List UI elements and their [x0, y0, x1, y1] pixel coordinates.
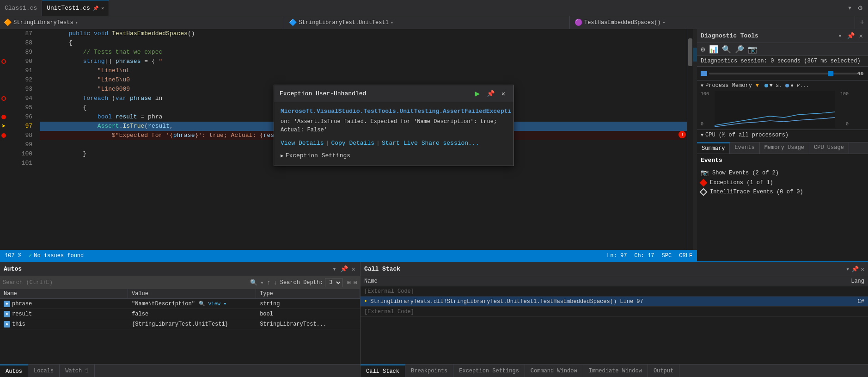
class-dropdown[interactable]: 🔷 StringLibraryTest.UnitTest1 ▾	[285, 16, 569, 29]
view-btn-phrase[interactable]: 🔍 View ▾	[199, 301, 226, 307]
cs-pin-btn[interactable]: 📌	[851, 266, 859, 273]
row-phrase[interactable]: ◆ phrase "Name\tDescription" 🔍 View ▾ st…	[0, 299, 360, 309]
fold-91	[7, 66, 15, 75]
event-intellitrace-label: IntelliTrace Events (0 of 0)	[710, 189, 803, 195]
row-result[interactable]: ◆ result false bool	[0, 309, 360, 319]
row-this[interactable]: ◆ this {StringLibraryTest.UnitTest1} Str…	[0, 319, 360, 329]
namespace-dropdown[interactable]: 🔶 StringLibraryTests ▾	[0, 16, 284, 29]
fold-87	[7, 29, 15, 38]
diag-close-btn[interactable]: ✕	[858, 31, 864, 40]
popup-run-btn[interactable]: ▶	[473, 89, 482, 98]
row-phrase-name: ◆ phrase	[0, 301, 128, 307]
cstab-command-window[interactable]: Command Window	[525, 365, 583, 377]
error-indicator-98: !	[679, 131, 686, 138]
status-right: Ln: 97 Ch: 17 SPC CRLF	[607, 253, 692, 259]
diag-zoom-out-btn[interactable]: 🔎	[735, 45, 744, 54]
margin-line-87	[0, 29, 7, 38]
legend-p-label: ● P...	[790, 83, 809, 88]
popup-pin-btn[interactable]: 📌	[486, 89, 495, 98]
cs-col-lang: Lang	[840, 277, 868, 285]
timeline-thumb[interactable]	[828, 71, 833, 76]
cpu-section: ▼ CPU (% of all processors)	[697, 130, 868, 142]
tab-unittest1[interactable]: UnitTest1.cs 📌 ✕	[42, 0, 109, 16]
autos-collapse-btn[interactable]: ⊟	[354, 279, 357, 286]
fold-95	[7, 103, 15, 112]
vertical-scrollbar[interactable]	[687, 29, 693, 250]
diag-snapshot-btn[interactable]: 📷	[748, 45, 757, 54]
cs-dropdown-btn[interactable]: ▾	[846, 266, 850, 273]
diag-pin-btn[interactable]: 📌	[845, 31, 856, 40]
cs-row-external-2[interactable]: [External Code]	[361, 307, 868, 317]
tab-dropdown-btn[interactable]: ▾	[846, 2, 854, 13]
cstab-output[interactable]: Output	[648, 365, 679, 377]
dtab-memory-usage[interactable]: Memory Usage	[760, 142, 809, 154]
popup-close-btn[interactable]: ✕	[499, 89, 508, 98]
method-dropdown[interactable]: 🟣 TestHasEmbeddedSpaces() ▾	[571, 16, 855, 29]
cstab-exception-settings[interactable]: Exception Settings	[453, 365, 525, 377]
autos-expand-btn[interactable]: ⊞	[347, 279, 351, 286]
diag-timeline[interactable]: 4s	[697, 67, 868, 80]
ptab-watch1[interactable]: Watch 1	[60, 365, 94, 377]
diag-settings-btn[interactable]: ⚙	[701, 45, 705, 54]
row-phrase-value: "Name\tDescription" 🔍 View ▾	[128, 301, 256, 307]
diag-dropdown-btn[interactable]: ▾	[837, 31, 843, 40]
cpu-header[interactable]: ▼ CPU (% of all processors)	[701, 132, 864, 138]
diag-zoom-in-btn[interactable]: 🔍	[722, 45, 731, 54]
chart-y-axis-right: 100 0	[835, 91, 849, 128]
fold-98	[7, 131, 15, 140]
search-up-btn[interactable]: ↑	[267, 279, 270, 286]
status-text: No issues found	[34, 253, 84, 259]
crlf-status: CRLF	[679, 253, 692, 259]
ptab-locals[interactable]: Locals	[28, 365, 60, 377]
live-share-link[interactable]: Start Live Share session...	[382, 140, 479, 147]
ln-101: 101	[15, 159, 34, 168]
view-details-link[interactable]: View Details	[281, 140, 324, 147]
timeline-bar[interactable]	[709, 73, 864, 74]
exception-popup: Exception User-Unhandled ▶ 📌 ✕ Microsoft…	[274, 85, 514, 166]
cs-close-btn[interactable]: ✕	[861, 266, 864, 273]
line-numbers: 87 88 89 90 91 92 93 94 95 96 97 98 99 1…	[15, 29, 38, 250]
autos-dropdown-btn[interactable]: ▾	[331, 264, 337, 274]
event-exceptions[interactable]: Exceptions (1 of 1)	[701, 178, 864, 187]
margin-line-98	[0, 131, 7, 140]
event-intellitrace[interactable]: IntelliTrace Events (0 of 0)	[701, 187, 864, 197]
dtab-cpu-usage[interactable]: CPU Usage	[809, 142, 849, 154]
fold-92	[7, 75, 15, 85]
search-dropdown-btn[interactable]: ▾	[260, 279, 264, 286]
zoom-control[interactable]: 107 %	[5, 253, 21, 259]
code-scroll-area: ➤ 87 88 89	[0, 29, 697, 250]
scroll-thumb[interactable]	[688, 38, 692, 66]
copy-details-link[interactable]: Copy Details	[331, 140, 374, 147]
event-show-all[interactable]: 📷 Show Events (2 of 2)	[701, 167, 864, 178]
diag-cpu-btn[interactable]: 📊	[709, 45, 718, 54]
cs-row-external-1[interactable]: [External Code]	[361, 286, 868, 297]
ptab-autos[interactable]: Autos	[0, 365, 28, 377]
tab-class1[interactable]: Class1.cs	[0, 0, 42, 16]
cstab-callstack[interactable]: Call Stack	[361, 365, 405, 377]
row-phrase-type: string	[256, 301, 360, 307]
code-line-89: // Tests that we expec	[40, 48, 687, 57]
cstab-breakpoints[interactable]: Breakpoints	[405, 365, 453, 377]
search-down-btn[interactable]: ↓	[273, 279, 277, 286]
dtab-events[interactable]: Events	[730, 142, 759, 154]
code-lines[interactable]: public void TestHasEmbeddedSpaces() { //…	[38, 29, 687, 250]
dtab-summary[interactable]: Summary	[697, 142, 730, 154]
autos-pin-btn[interactable]: 📌	[339, 264, 349, 274]
code-editor: ➤ 87 88 89	[0, 29, 697, 261]
camera-icon: 📷	[701, 169, 709, 177]
margin-line-95	[0, 103, 7, 112]
tab-settings-btn[interactable]: ⚙	[856, 2, 864, 13]
class-icon: 🔷	[289, 19, 297, 26]
process-mem-header[interactable]: ▼ Process Memory ▼ ▼ S. ● P...	[701, 82, 864, 89]
exception-settings-link[interactable]: ▶ Exception Settings	[281, 151, 507, 160]
autos-close-btn[interactable]: ✕	[351, 264, 356, 274]
depth-select[interactable]: 3 1 2 4 5	[325, 278, 342, 287]
legend-s-dot	[764, 84, 768, 87]
ln-99: 99	[15, 140, 34, 149]
cs-row-test[interactable]: ➤ StringLibraryTests.dll!StringLibraryTe…	[361, 297, 868, 307]
autos-scrollbar-h[interactable]	[0, 358, 360, 364]
add-tab-btn[interactable]: +	[856, 18, 868, 28]
tab-close-btn[interactable]: ✕	[101, 5, 104, 11]
autos-search-input[interactable]	[3, 279, 247, 286]
cstab-immediate-window[interactable]: Immediate Window	[583, 365, 648, 377]
